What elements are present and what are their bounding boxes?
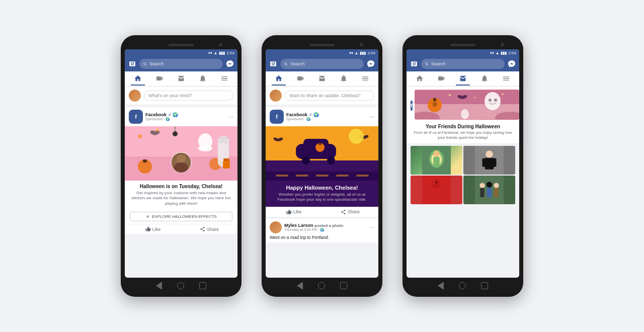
svg-rect-67 <box>432 188 441 199</box>
svg-rect-68 <box>430 188 433 196</box>
messenger-button-1[interactable] <box>225 59 234 68</box>
svg-point-6 <box>198 145 212 151</box>
card-header-2: f Facebook ✓ 🌍 Sponsored · 🌍 ··· <box>266 107 378 126</box>
tab-menu-1[interactable] <box>217 72 231 86</box>
tab-menu-3[interactable] <box>499 72 513 86</box>
back-nav-3[interactable] <box>438 282 444 290</box>
status-bar-3: ▾▾ ▲ ▮▮▮ 2:04 <box>407 49 519 56</box>
phone-3: ▾▾ ▲ ▮▮▮ 2:04 Search <box>403 35 523 297</box>
svg-point-43 <box>449 94 451 96</box>
battery-icon-2: ▮▮▮ <box>360 51 366 55</box>
card-body-2: Happy Halloween, Chelsea! Whether you pr… <box>266 181 378 207</box>
screen-2: ▾▾ ▲ ▮▮▮ 2:04 Search <box>266 49 378 278</box>
signal-icon-2: ▾▾ <box>349 51 353 55</box>
status-bar-2: ▾▾ ▲ ▮▮▮ 2:04 <box>266 49 378 56</box>
fb-tabbar-2 <box>266 71 378 87</box>
explore-button-1[interactable]: EXPLORE HALLOWEEN EFFECTS <box>130 212 232 221</box>
facebook-card-2: f Facebook ✓ 🌍 Sponsored · 🌍 ··· <box>266 107 378 217</box>
battery-icon-3: ▮▮▮ <box>501 51 507 55</box>
search-bar-3[interactable]: Search <box>421 59 505 69</box>
myles-more[interactable]: ··· <box>370 224 374 230</box>
recents-nav-2[interactable] <box>340 282 347 289</box>
phone-top-bar-1 <box>125 40 237 49</box>
like-action-2[interactable]: Like <box>266 209 322 215</box>
tab-video-1[interactable] <box>152 72 167 86</box>
share-action-1[interactable]: Share <box>181 226 237 232</box>
post-placeholder-2[interactable]: Want to share an update, Chelsea? <box>285 91 374 101</box>
tab-video-2[interactable] <box>293 72 307 86</box>
signal-icon-3: ▾▾ <box>490 51 494 55</box>
svg-point-24 <box>302 156 310 164</box>
status-bar-1: ▾▾ ▲ ▮▮▮ 2:04 <box>125 49 237 56</box>
card-title-1: Halloween is on Tuesday, Chelsea! <box>130 184 232 189</box>
home-nav-2[interactable] <box>318 282 325 289</box>
svg-rect-54 <box>433 156 439 167</box>
fb-navbar-1: Search <box>125 56 237 71</box>
search-bar-1[interactable]: Search <box>139 59 223 69</box>
card-body-1: Halloween is on Tuesday, Chelsea! Get in… <box>125 181 237 209</box>
svg-point-48 <box>461 109 469 119</box>
svg-rect-69 <box>440 188 443 196</box>
tab-marketplace-2[interactable] <box>315 72 329 86</box>
user-avatar-2 <box>270 90 282 102</box>
back-nav-2[interactable] <box>297 282 303 290</box>
home-nav-1[interactable] <box>177 282 184 289</box>
svg-rect-27 <box>318 143 321 145</box>
notification-header-3: f <box>411 90 515 122</box>
card-name-1: Facebook ✓ 🌍 <box>145 112 178 117</box>
card-desc-2: Whether you prefer frights or delights, … <box>271 192 373 203</box>
tab-home-1[interactable] <box>131 72 145 86</box>
tab-notifications-2[interactable] <box>337 72 351 86</box>
svg-point-44 <box>474 97 475 99</box>
card-more-1[interactable]: ··· <box>228 113 233 120</box>
time-3: 2:04 <box>508 51 516 55</box>
share-action-2[interactable]: Share <box>322 209 378 215</box>
speaker-1 <box>169 44 194 46</box>
facebook-card-1: f Facebook ✓ 🌍 Sponsored · 🌍 ··· <box>125 107 237 234</box>
svg-point-66 <box>435 181 438 183</box>
camera-button-2[interactable] <box>269 59 278 68</box>
svg-rect-8 <box>219 137 228 139</box>
messenger-button-2[interactable] <box>366 59 375 68</box>
post-placeholder-1[interactable]: What's on your mind? <box>144 91 233 101</box>
svg-rect-16 <box>223 160 230 169</box>
tab-menu-2[interactable] <box>358 72 372 86</box>
messenger-button-3[interactable] <box>507 59 516 68</box>
camera-button-1[interactable] <box>128 59 137 68</box>
svg-rect-74 <box>487 187 492 197</box>
myles-post-text: Went on a road trip to Portland. <box>270 235 374 240</box>
phone-top-bar-2 <box>266 40 378 49</box>
phone-bottom-bar-1 <box>125 278 237 292</box>
svg-point-14 <box>177 154 186 163</box>
back-nav-1[interactable] <box>156 282 162 290</box>
search-bar-2[interactable]: Search <box>280 59 364 69</box>
like-action-1[interactable]: Like <box>125 226 181 232</box>
camera-button-3[interactable] <box>410 59 419 68</box>
recents-nav-3[interactable] <box>481 282 488 289</box>
tab-marketplace-3[interactable] <box>456 72 470 86</box>
notif-fb-icon-3: f <box>411 101 413 111</box>
feed-3: f <box>407 87 519 278</box>
tab-home-2[interactable] <box>272 72 286 86</box>
photo-cell-3 <box>411 176 462 204</box>
phone-top-bar-3 <box>407 40 519 49</box>
svg-rect-72 <box>480 188 484 197</box>
myles-post-header: Myles Larson posted a photo Thursday at … <box>270 221 374 233</box>
tab-marketplace-1[interactable] <box>174 72 188 86</box>
svg-rect-34 <box>356 175 369 177</box>
home-nav-3[interactable] <box>459 282 466 289</box>
phone-2: ▾▾ ▲ ▮▮▮ 2:04 Search <box>262 35 382 297</box>
card-image-2 <box>266 126 378 181</box>
tab-notifications-1[interactable] <box>196 72 210 86</box>
tab-home-3[interactable] <box>413 72 427 86</box>
recents-nav-1[interactable] <box>199 282 206 289</box>
speaker-2 <box>309 44 335 46</box>
signal-icon-1: ▾▾ <box>208 51 212 55</box>
wifi-icon-3: ▲ <box>496 51 500 55</box>
card-more-2[interactable]: ··· <box>369 113 374 120</box>
svg-rect-10 <box>219 142 228 143</box>
phone-bottom-bar-3 <box>407 278 519 292</box>
tab-video-3[interactable] <box>434 72 448 86</box>
card-sub-1: Sponsored · 🌍 <box>145 117 178 121</box>
tab-notifications-3[interactable] <box>477 72 492 86</box>
